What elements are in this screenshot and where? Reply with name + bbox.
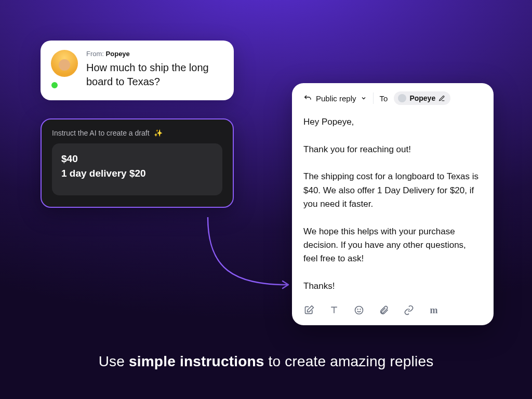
- edit-icon: [438, 95, 445, 102]
- avatar: [51, 50, 78, 89]
- tagline: Use simple instructions to create amazin…: [0, 353, 532, 370]
- from-name: Popeye: [106, 50, 130, 58]
- recipient-avatar-icon: [398, 94, 406, 102]
- message-content: From: Popeye How much to ship the long b…: [86, 50, 222, 89]
- tagline-highlight: simple instructions: [129, 353, 264, 369]
- reply-mode-dropdown[interactable]: Public reply: [303, 94, 367, 103]
- link-icon[interactable]: [403, 304, 415, 316]
- incoming-message-card: From: Popeye How much to ship the long b…: [41, 41, 234, 100]
- ai-input-line-1: $40: [61, 152, 213, 166]
- connector-arrow: [197, 217, 301, 300]
- chevron-down-icon: [361, 95, 367, 101]
- sparkle-icon: ✨: [154, 129, 163, 137]
- attachment-icon[interactable]: [378, 304, 390, 316]
- emoji-icon[interactable]: [353, 304, 365, 316]
- reply-composer-card: Public reply To Popeye Hey Popeye, Thank…: [292, 83, 494, 325]
- presence-indicator: [50, 81, 59, 90]
- recipient-name: Popeye: [409, 94, 435, 102]
- message-text: How much to ship the long board to Texas…: [86, 61, 222, 89]
- ai-label-text: Instruct the AI to create a draft: [52, 129, 150, 137]
- reply-toolbar: m: [303, 293, 482, 316]
- svg-point-2: [360, 309, 361, 310]
- reply-arrow-icon: [303, 94, 312, 102]
- ai-input-line-2: 1 day delivery $20: [61, 166, 213, 181]
- ai-instruction-card: Instruct the AI to create a draft ✨ $40 …: [41, 118, 234, 208]
- recipient-chip[interactable]: Popeye: [394, 91, 450, 105]
- text-format-icon[interactable]: [328, 304, 340, 316]
- macro-icon[interactable]: m: [428, 304, 440, 316]
- ai-instruction-label: Instruct the AI to create a draft ✨: [52, 129, 222, 137]
- reply-header: Public reply To Popeye: [303, 91, 482, 111]
- message-from: From: Popeye: [86, 50, 222, 58]
- reply-body[interactable]: Hey Popeye, Thank you for reaching out! …: [303, 115, 482, 293]
- tagline-post: to create amazing replies: [264, 353, 434, 369]
- reply-mode-label: Public reply: [316, 94, 356, 103]
- svg-point-0: [355, 307, 363, 314]
- ai-instruction-input[interactable]: $40 1 day delivery $20: [52, 143, 222, 195]
- svg-point-1: [357, 309, 358, 310]
- compose-icon[interactable]: [303, 304, 315, 316]
- avatar-image: [51, 50, 78, 77]
- tagline-pre: Use: [99, 353, 129, 369]
- to-label: To: [380, 94, 388, 103]
- from-label: From:: [86, 50, 104, 58]
- header-divider: [373, 92, 374, 104]
